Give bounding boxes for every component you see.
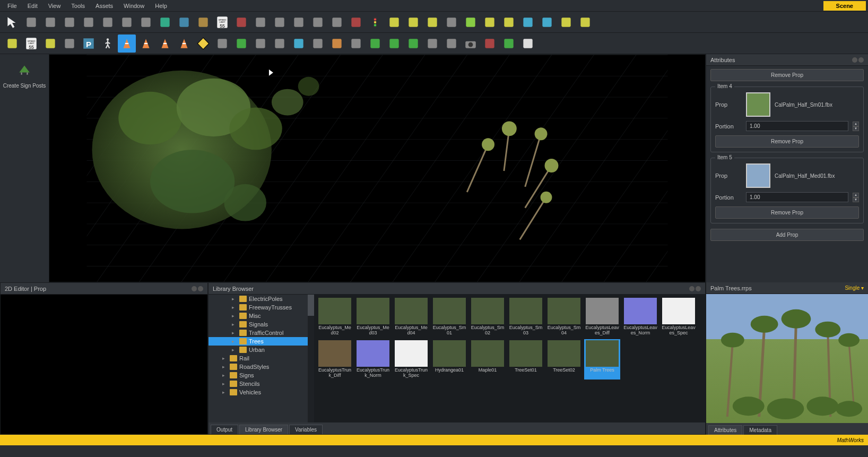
spinner-up-icon[interactable]: ▲ [853, 122, 859, 126]
tool-cone2[interactable] [137, 35, 155, 53]
tool-rec[interactable] [481, 35, 499, 53]
menu-file[interactable]: File [2, 1, 22, 11]
tool-hazard[interactable] [194, 35, 212, 53]
tool-lane5[interactable] [538, 13, 556, 31]
tool-srf3[interactable] [194, 13, 212, 31]
tool-lane4[interactable] [519, 13, 537, 31]
panel-min-icon[interactable] [852, 57, 857, 63]
tool-lane3[interactable] [500, 13, 518, 31]
create-sign-posts-tool[interactable] [14, 58, 35, 80]
tool-arr[interactable] [500, 35, 518, 53]
tool-jct6[interactable] [347, 13, 365, 31]
tool-layer1[interactable] [366, 35, 384, 53]
asset-eucalyptusleaves_diff[interactable]: EucalyptusLeaves_Diff [584, 297, 620, 337]
tool-poly[interactable] [60, 35, 79, 53]
tool-merge[interactable] [80, 13, 98, 31]
menu-help[interactable]: Help [150, 1, 172, 11]
asset-eucalyptusleaves_spec[interactable]: EucalyptusLeaves_Spec [661, 297, 697, 337]
tool-fork[interactable] [347, 35, 365, 53]
tool-jct4[interactable] [309, 13, 327, 31]
panel-close-icon[interactable] [198, 286, 203, 291]
tool-tools[interactable] [251, 35, 270, 53]
tool-curve[interactable] [22, 13, 40, 31]
chevron-right-icon[interactable]: ▸ [222, 364, 228, 369]
tool-jct2[interactable] [271, 13, 289, 31]
asset-eucalyptustrunk_norm[interactable]: EucalyptusTrunk_Norm [355, 339, 391, 380]
tree-item-trees[interactable]: ▸Trees [209, 337, 314, 346]
tool-srf1[interactable] [156, 13, 174, 31]
preview-viewport[interactable] [706, 294, 868, 423]
menu-view[interactable]: View [43, 1, 66, 11]
chevron-right-icon[interactable]: ▸ [232, 347, 237, 352]
asset-eucalyptus_sm03[interactable]: Eucalyptus_Sm03 [508, 297, 544, 337]
tool-jct3[interactable] [290, 13, 308, 31]
tree-item-signs[interactable]: ▸Signs [209, 371, 314, 380]
tree-item-vehicles[interactable]: ▸Vehicles [209, 388, 314, 396]
scene-tab[interactable]: Scene [823, 1, 866, 11]
chevron-right-icon[interactable]: ▸ [232, 322, 237, 327]
asset-eucalyptus_med02[interactable]: Eucalyptus_Med02 [317, 297, 353, 337]
tree-item-trafficcontrol[interactable]: ▸TrafficControl [209, 329, 314, 337]
tree-item-signals[interactable]: ▸Signals [209, 320, 314, 329]
tool-sloop[interactable] [41, 35, 59, 53]
chevron-right-icon[interactable]: ▸ [222, 356, 228, 361]
asset-maple01[interactable]: Maple01 [470, 339, 506, 380]
add-prop-button[interactable]: Add Prop [710, 229, 864, 241]
tool-speed2[interactable]: SPEEDLIMIT55 [22, 35, 40, 53]
panel-min-icon[interactable] [689, 286, 695, 291]
chevron-right-icon[interactable]: ▸ [222, 381, 228, 386]
tool-rect[interactable] [137, 13, 155, 31]
panel-close-icon[interactable] [858, 57, 864, 63]
item5-remove-button[interactable]: Remove Prop [715, 206, 859, 219]
asset-grid[interactable]: Eucalyptus_Med02Eucalyptus_Med03Eucalypt… [315, 295, 705, 422]
chevron-right-icon[interactable]: ▸ [222, 373, 228, 378]
tool-align2[interactable] [404, 13, 422, 31]
chevron-right-icon[interactable]: ▸ [232, 339, 237, 344]
asset-treeset02[interactable]: TreeSet02 [546, 339, 582, 380]
tool-lane6[interactable] [557, 13, 575, 31]
tool-layer3[interactable] [404, 35, 422, 53]
remove-prop-top-button[interactable]: Remove Prop [710, 69, 864, 81]
asset-treeset01[interactable]: TreeSet01 [508, 339, 544, 380]
tool-rotate[interactable] [99, 13, 117, 31]
chevron-right-icon[interactable]: ▸ [232, 296, 237, 301]
chevron-right-icon[interactable]: ▸ [232, 313, 237, 318]
spinner-down-icon[interactable]: ▼ [853, 126, 859, 131]
asset-eucalyptus_med03[interactable]: Eucalyptus_Med03 [355, 297, 391, 337]
item4-remove-button[interactable]: Remove Prop [715, 135, 859, 148]
tool-dup[interactable] [519, 35, 537, 53]
asset-eucalyptustrunk_diff[interactable]: EucalyptusTrunk_Diff [317, 339, 353, 380]
tool-align4[interactable] [442, 13, 461, 31]
chevron-right-icon[interactable]: ▸ [232, 330, 237, 335]
tool-anchor[interactable] [271, 35, 289, 53]
spinner-down-icon[interactable]: ▼ [853, 197, 859, 202]
tool-srf2[interactable] [175, 13, 193, 31]
tab-output[interactable]: Output [211, 425, 238, 434]
tool-sroad[interactable] [60, 13, 79, 31]
tool-arrow[interactable] [3, 13, 21, 31]
menu-assets[interactable]: Assets [90, 1, 118, 11]
tool-tex[interactable] [290, 35, 308, 53]
item5-thumb[interactable] [746, 163, 770, 188]
tool-ped[interactable] [99, 35, 117, 53]
tool-graph[interactable] [328, 35, 346, 53]
asset-palm-trees[interactable]: Palm Trees [584, 339, 620, 380]
tree-item-roadstyles[interactable]: ▸RoadStyles [209, 363, 314, 371]
tool-park[interactable]: P [80, 35, 98, 53]
tree-item-misc[interactable]: ▸Misc [209, 312, 314, 320]
tool-cone4[interactable] [175, 35, 193, 53]
tool-ln1[interactable] [3, 35, 21, 53]
panel-min-icon[interactable] [192, 286, 197, 291]
tool-align1[interactable] [385, 13, 403, 31]
tab-preview-metadata[interactable]: Metadata [743, 425, 777, 435]
tool-layer2[interactable] [385, 35, 403, 53]
tree-item-urban[interactable]: ▸Urban [209, 346, 314, 354]
tool-jct5[interactable] [328, 13, 346, 31]
tree-item-rail[interactable]: ▸Rail [209, 354, 314, 363]
menu-edit[interactable]: Edit [22, 1, 43, 11]
asset-eucalyptus_sm01[interactable]: Eucalyptus_Sm01 [431, 297, 467, 337]
item4-portion-input[interactable] [746, 121, 848, 131]
panel-close-icon[interactable] [696, 286, 701, 291]
asset-eucalyptusleaves_norm[interactable]: EucalyptusLeaves_Norm [622, 297, 658, 337]
tool-speed[interactable]: SPEEDLIMIT55 [213, 13, 231, 31]
